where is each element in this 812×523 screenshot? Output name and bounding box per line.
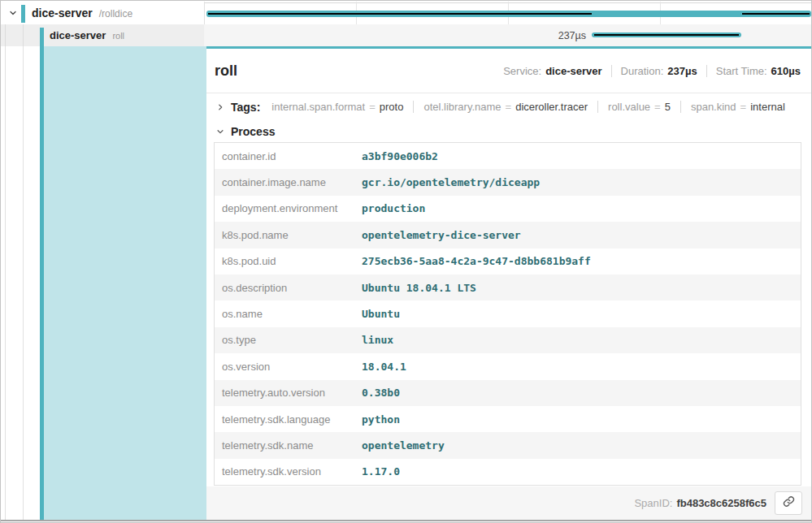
table-row: os.nameUbuntu (215, 300, 801, 326)
detail-footer: SpanID: fb483c8c6258f6c5 (206, 486, 812, 520)
process-section-label: Process (231, 125, 275, 138)
critical-path-segment (594, 34, 739, 36)
chevron-down-icon (215, 126, 226, 137)
start-time-label: Start Time: (716, 65, 767, 77)
table-row: telemetry.sdk.version1.17.0 (215, 459, 801, 485)
table-row: deployment.environmentproduction (215, 196, 801, 222)
table-row: container.image.namegcr.io/opentelemetry… (215, 169, 801, 195)
deep-link-button[interactable] (775, 491, 802, 515)
indent-guide (23, 24, 24, 46)
table-row: telemetry.sdk.languagepython (215, 406, 801, 432)
tag-separator (413, 101, 414, 113)
span-operation-name: /rolldice (99, 8, 132, 19)
spanid-value: fb483c8c6258f6c5 (676, 497, 766, 509)
service-value: dice-server (545, 65, 601, 77)
critical-path-segment (742, 13, 810, 15)
span-title: roll (215, 63, 237, 80)
duration-value: 237µs (667, 65, 697, 77)
detail-header: roll Service: dice-server Duration: 237µ… (206, 49, 812, 93)
process-accordion-toggle[interactable]: Process (206, 120, 812, 142)
start-time-value: 610µs (771, 65, 801, 77)
collapse-children-button[interactable] (7, 7, 20, 20)
service-label: Service: (503, 65, 541, 77)
table-row: os.typelinux (215, 327, 801, 353)
span-operation-name: roll (112, 31, 124, 41)
tags-summary: internal.span.format=proto otel.library.… (271, 101, 785, 113)
span-name-cell[interactable]: dice-server/rolldice (1, 2, 204, 24)
span-duration-label: 237µs (487, 30, 586, 41)
tag-item: otel.library.name=diceroller.tracer (423, 101, 588, 113)
table-row: telemetry.sdk.nameopentelemetry (215, 432, 801, 458)
span-row-roll-selected[interactable]: dice-serverroll 237µs (1, 24, 812, 46)
table-row: container.ida3bf90e006b2 (215, 143, 801, 169)
table-row: telemetry.auto.version0.38b0 (215, 380, 801, 406)
table-row: os.version18.04.1 (215, 353, 801, 379)
duration-label: Duration: (621, 65, 664, 77)
chevron-right-icon (215, 102, 226, 113)
tag-item: roll.value=5 (608, 101, 671, 113)
stat-separator (706, 65, 707, 77)
span-duration-bar[interactable] (206, 11, 811, 17)
link-icon (783, 495, 795, 511)
tags-accordion-toggle[interactable]: Tags: internal.span.format=proto otel.li… (206, 93, 812, 120)
tag-item: span.kind=internal (691, 101, 785, 113)
tags-section-label: Tags: (231, 101, 260, 114)
tag-item: internal.span.format=proto (271, 101, 403, 113)
table-row: k8s.pod.nameopentelemetry-dice-server (215, 222, 801, 248)
critical-path-segment (208, 13, 592, 15)
span-row-rolldice[interactable]: dice-server/rolldice (1, 2, 812, 24)
indent-guide (5, 46, 6, 520)
table-row: os.descriptionUbuntu 18.04.1 LTS (215, 274, 801, 300)
jaeger-trace-view: dice-server/rolldice dice-serverroll 237… (0, 0, 812, 523)
selected-span-color-fill (44, 46, 206, 520)
chevron-down-icon (8, 6, 18, 21)
span-name-cell[interactable]: dice-serverroll (1, 24, 204, 46)
indent-guide (5, 24, 6, 46)
stat-separator (611, 65, 612, 77)
span-detail-panel: roll Service: dice-server Duration: 237µ… (206, 49, 812, 520)
tag-separator (597, 101, 598, 113)
span-overview-stats: Service: dice-server Duration: 237µs Sta… (503, 65, 801, 77)
span-duration-bar[interactable] (592, 32, 741, 37)
window-bottom-edge (1, 520, 811, 521)
indent-guide (23, 46, 24, 520)
span-service-name: dice-serverroll (50, 24, 124, 47)
span-color-bar (40, 28, 44, 46)
span-service-name: dice-server/rolldice (32, 2, 132, 25)
process-key-value-table: container.ida3bf90e006b2 container.image… (214, 142, 801, 486)
table-row: k8s.pod.uid275ecb36-5aa8-4c2a-9c47-d8bb6… (215, 249, 801, 274)
span-color-bar (21, 5, 25, 23)
tag-separator (680, 101, 681, 113)
spanid-label: SpanID: (634, 497, 672, 509)
